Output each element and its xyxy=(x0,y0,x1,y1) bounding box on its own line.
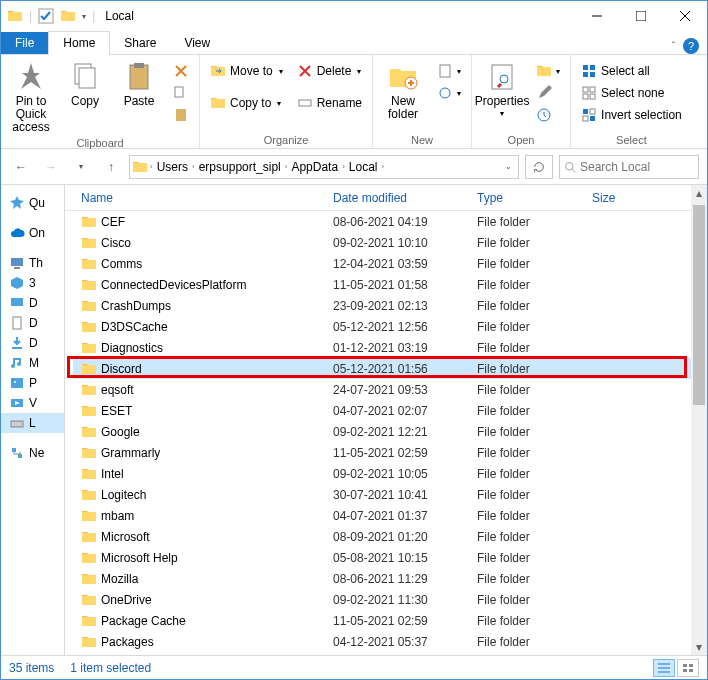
easy-access-button[interactable]: ▾ xyxy=(433,83,465,103)
sidebar-item[interactable]: On xyxy=(9,223,64,243)
item-count: 35 items xyxy=(9,661,54,675)
column-name[interactable]: Name xyxy=(73,187,325,209)
svg-point-27 xyxy=(566,162,574,170)
table-row[interactable]: Logitech 30-07-2021 10:41 File folder xyxy=(73,484,707,505)
move-to-button[interactable]: Move to▾ xyxy=(206,61,287,81)
scroll-down-button[interactable]: ▾ xyxy=(691,639,707,655)
sidebar-item[interactable]: D xyxy=(9,313,64,333)
back-button[interactable]: ← xyxy=(9,155,33,179)
svg-rect-23 xyxy=(583,109,588,114)
svg-point-11 xyxy=(440,88,450,98)
column-size[interactable]: Size xyxy=(584,187,644,209)
column-date[interactable]: Date modified xyxy=(325,187,469,209)
sidebar-item[interactable]: M xyxy=(9,353,64,373)
tab-share[interactable]: Share xyxy=(110,32,170,54)
address-dropdown[interactable]: ⌄ xyxy=(505,162,516,171)
copy-button[interactable]: Copy xyxy=(61,57,109,108)
sidebar-item[interactable]: Ne xyxy=(9,443,64,463)
table-row[interactable]: Google 09-02-2021 12:21 File folder xyxy=(73,421,707,442)
table-row[interactable]: OneDrive 09-02-2021 11:30 File folder xyxy=(73,589,707,610)
properties-button[interactable]: Properties ▾ xyxy=(478,57,526,119)
svg-rect-4 xyxy=(130,65,148,89)
paste-shortcut-button[interactable] xyxy=(169,105,193,125)
sidebar-item[interactable]: Qu xyxy=(9,193,64,213)
close-button[interactable] xyxy=(663,1,707,31)
table-row[interactable]: Comms 12-04-2021 03:59 File folder xyxy=(73,253,707,274)
qat-dropdown[interactable]: ▾ xyxy=(82,12,86,21)
cut-button[interactable] xyxy=(169,61,193,81)
invert-selection-button[interactable]: Invert selection xyxy=(577,105,686,125)
sidebar-item[interactable]: D xyxy=(9,293,64,313)
table-row[interactable]: Microsoft Help 05-08-2021 10:15 File fol… xyxy=(73,547,707,568)
svg-rect-3 xyxy=(79,68,95,88)
svg-rect-20 xyxy=(590,87,595,92)
select-all-button[interactable]: Select all xyxy=(577,61,686,81)
details-view-button[interactable] xyxy=(653,659,675,677)
scrollbar[interactable]: ▴ ▾ xyxy=(691,185,707,655)
ribbon-tabs: File Home Share View ˆ ? xyxy=(1,31,707,55)
copy-path-button[interactable] xyxy=(169,83,193,103)
breadcrumb[interactable]: Local xyxy=(347,160,380,174)
group-open-label: Open xyxy=(478,132,564,148)
sidebar-item[interactable]: L xyxy=(1,413,64,433)
svg-rect-17 xyxy=(583,72,588,77)
sidebar-item[interactable]: P xyxy=(9,373,64,393)
table-row[interactable]: CrashDumps 23-09-2021 02:13 File folder xyxy=(73,295,707,316)
table-row[interactable]: CEF 08-06-2021 04:19 File folder xyxy=(73,211,707,232)
svg-rect-10 xyxy=(440,65,450,77)
sidebar-item[interactable]: V xyxy=(9,393,64,413)
tab-view[interactable]: View xyxy=(170,32,224,54)
svg-rect-5 xyxy=(134,63,144,68)
table-row[interactable]: Cisco 09-02-2021 10:10 File folder xyxy=(73,232,707,253)
scroll-thumb[interactable] xyxy=(693,205,705,405)
recent-locations-button[interactable]: ▾ xyxy=(69,155,93,179)
table-row[interactable]: Grammarly 11-05-2021 02:59 File folder xyxy=(73,442,707,463)
new-item-button[interactable]: ▾ xyxy=(433,61,465,81)
table-row[interactable]: Packages 04-12-2021 05:37 File folder xyxy=(73,631,707,652)
rename-button[interactable]: Rename xyxy=(293,93,366,113)
help-button[interactable]: ? xyxy=(683,38,699,54)
copy-to-button[interactable]: Copy to▾ xyxy=(206,93,287,113)
tab-file[interactable]: File xyxy=(1,32,48,54)
tab-home[interactable]: Home xyxy=(48,31,110,55)
breadcrumb[interactable]: Users xyxy=(155,160,190,174)
svg-rect-25 xyxy=(590,109,595,114)
history-button[interactable] xyxy=(532,105,564,125)
collapse-ribbon-icon[interactable]: ˆ xyxy=(672,41,675,52)
select-none-button[interactable]: Select none xyxy=(577,83,686,103)
folder-icon xyxy=(132,159,148,175)
sidebar-item[interactable]: D xyxy=(9,333,64,353)
large-icons-view-button[interactable] xyxy=(677,659,699,677)
sidebar-item[interactable]: Th xyxy=(9,253,64,273)
table-row[interactable]: mbam 04-07-2021 01:37 File folder xyxy=(73,505,707,526)
up-button[interactable]: ↑ xyxy=(99,155,123,179)
table-row[interactable]: eqsoft 24-07-2021 09:53 File folder xyxy=(73,379,707,400)
pin-to-quick-access-button[interactable]: Pin to Quick access xyxy=(7,57,55,135)
minimize-button[interactable] xyxy=(575,1,619,31)
table-row[interactable]: ESET 04-07-2021 02:07 File folder xyxy=(73,400,707,421)
table-row[interactable]: Microsoft 08-09-2021 01:20 File folder xyxy=(73,526,707,547)
delete-button[interactable]: Delete▾ xyxy=(293,61,366,81)
column-type[interactable]: Type xyxy=(469,187,584,209)
search-input[interactable]: Search Local xyxy=(559,155,699,179)
open-button[interactable]: ▾ xyxy=(532,61,564,81)
table-row[interactable]: Discord 05-12-2021 01:56 File folder xyxy=(73,358,707,379)
paste-button[interactable]: Paste xyxy=(115,57,163,108)
maximize-button[interactable] xyxy=(619,1,663,31)
edit-button[interactable] xyxy=(532,83,564,103)
scroll-up-button[interactable]: ▴ xyxy=(691,185,707,201)
table-row[interactable]: Diagnostics 01-12-2021 03:19 File folder xyxy=(73,337,707,358)
sidebar-item[interactable]: 3 xyxy=(9,273,64,293)
table-row[interactable]: Package Cache 11-05-2021 02:59 File fold… xyxy=(73,610,707,631)
new-folder-button[interactable]: New folder xyxy=(379,57,427,121)
table-row[interactable]: ConnectedDevicesPlatform 11-05-2021 01:5… xyxy=(73,274,707,295)
table-row[interactable]: Intel 09-02-2021 10:05 File folder xyxy=(73,463,707,484)
table-row[interactable]: Mozilla 08-06-2021 11:29 File folder xyxy=(73,568,707,589)
checkbox-icon[interactable] xyxy=(38,8,54,24)
breadcrumb[interactable]: AppData xyxy=(289,160,340,174)
table-row[interactable]: D3DSCache 05-12-2021 12:56 File folder xyxy=(73,316,707,337)
forward-button[interactable]: → xyxy=(39,155,63,179)
address-bar[interactable]: › Users› erpsupport_sipl› AppData› Local… xyxy=(129,155,519,179)
refresh-button[interactable] xyxy=(525,155,553,179)
breadcrumb[interactable]: erpsupport_sipl xyxy=(197,160,283,174)
